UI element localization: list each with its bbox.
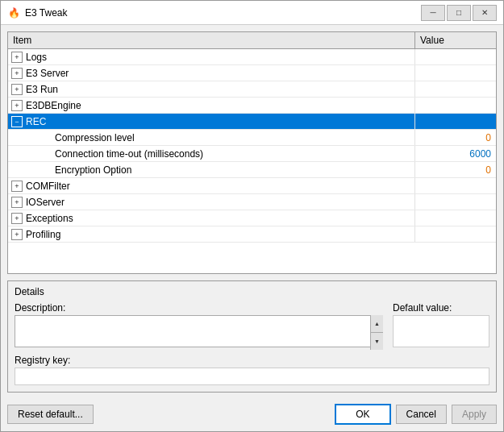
tree-row-label: Encryption Option xyxy=(55,164,131,176)
content-area: Item Value +Logs+E3 Server+E3 Run+E3DBEn… xyxy=(1,25,503,399)
tree-row-label: Connection time-out (milliseconds) xyxy=(55,148,203,160)
tree-row-value xyxy=(415,178,496,193)
expand-icon[interactable]: + xyxy=(11,68,23,79)
tree-row[interactable]: −REC xyxy=(8,114,496,130)
details-row-top: Description: ▲ ▼ Default value: xyxy=(15,302,489,350)
tree-row-label: Profiling xyxy=(26,229,60,240)
description-label: Description: xyxy=(15,302,383,314)
tree-row-value xyxy=(415,210,496,226)
tree-row-value xyxy=(415,81,496,97)
title-bar: 🔥 E3 Tweak ─ □ ✕ xyxy=(1,1,503,25)
cancel-button[interactable]: Cancel xyxy=(396,405,447,424)
description-textarea[interactable] xyxy=(15,315,383,347)
apply-button[interactable]: Apply xyxy=(452,405,497,424)
tree-row-value: 6000 xyxy=(415,146,496,161)
expand-icon[interactable]: + xyxy=(11,181,23,192)
tree-row-label: E3 Run xyxy=(26,84,58,95)
minimize-button[interactable]: ─ xyxy=(421,5,445,21)
app-icon: 🔥 xyxy=(7,6,20,19)
tree-row[interactable]: +E3 Run xyxy=(8,81,496,98)
tree-row[interactable]: +IOServer xyxy=(8,194,496,210)
tree-row-label: Compression level xyxy=(55,132,135,143)
tree-row[interactable]: Connection time-out (milliseconds)6000 xyxy=(8,146,496,162)
col-header-value: Value xyxy=(415,32,496,48)
default-value-label: Default value: xyxy=(393,302,489,314)
tree-row[interactable]: +Profiling xyxy=(8,226,496,243)
tree-row-label: Exceptions xyxy=(26,213,73,224)
tree-row-value xyxy=(415,49,496,64)
scroll-down-btn[interactable]: ▼ xyxy=(371,333,383,350)
tree-row-label: E3DBEngine xyxy=(26,100,81,111)
tree-row-label: REC xyxy=(26,116,46,127)
reset-default-button[interactable]: Reset default... xyxy=(7,405,94,424)
expand-icon[interactable]: − xyxy=(11,116,23,127)
tree-row[interactable]: +Exceptions xyxy=(8,210,496,226)
description-wrapper: ▲ ▼ xyxy=(15,315,383,350)
tree-row-value xyxy=(415,65,496,81)
description-col: Description: ▲ ▼ xyxy=(15,302,383,350)
scroll-up-btn[interactable]: ▲ xyxy=(371,315,383,333)
default-value-col: Default value: xyxy=(393,302,489,350)
expand-icon[interactable]: + xyxy=(11,197,23,208)
textarea-scrollbar: ▲ ▼ xyxy=(370,315,383,350)
tree-row-label: E3 Server xyxy=(26,68,69,79)
tree-row[interactable]: +COMFilter xyxy=(8,178,496,194)
main-window: 🔥 E3 Tweak ─ □ ✕ Item Value +Logs+E3 Ser… xyxy=(0,0,504,432)
tree-table[interactable]: Item Value +Logs+E3 Server+E3 Run+E3DBEn… xyxy=(7,31,497,274)
expand-icon[interactable]: + xyxy=(11,84,23,95)
details-section: Details Description: ▲ ▼ Default value: xyxy=(7,280,497,393)
tree-body: +Logs+E3 Server+E3 Run+E3DBEngine−RECCom… xyxy=(8,49,496,243)
tree-header: Item Value xyxy=(8,32,496,49)
button-bar: Reset default... OK Cancel Apply xyxy=(1,399,503,431)
expand-icon[interactable]: + xyxy=(11,52,23,63)
expand-icon[interactable]: + xyxy=(11,100,23,111)
expand-icon[interactable]: + xyxy=(11,229,23,240)
maximize-button[interactable]: □ xyxy=(447,5,471,21)
ok-button[interactable]: OK xyxy=(335,404,390,425)
tree-row[interactable]: Encryption Option0 xyxy=(8,162,496,178)
tree-row-value xyxy=(415,98,496,113)
tree-row-value: 0 xyxy=(415,130,496,145)
tree-row[interactable]: +E3DBEngine xyxy=(8,98,496,114)
tree-row-value xyxy=(415,114,496,129)
window-title: E3 Tweak xyxy=(25,7,421,19)
close-button[interactable]: ✕ xyxy=(473,5,497,21)
tree-row-value xyxy=(415,194,496,210)
registry-key-input[interactable] xyxy=(15,368,489,385)
tree-row[interactable]: +E3 Server xyxy=(8,65,496,81)
registry-row: Registry key: xyxy=(15,355,489,385)
tree-row-value xyxy=(415,226,496,242)
tree-row-label: COMFilter xyxy=(26,181,70,192)
tree-row[interactable]: +Logs xyxy=(8,49,496,65)
default-value-input[interactable] xyxy=(393,315,489,347)
tree-row[interactable]: Compression level0 xyxy=(8,130,496,146)
registry-key-label: Registry key: xyxy=(15,355,489,366)
tree-row-label: Logs xyxy=(26,52,47,63)
details-title: Details xyxy=(15,286,489,297)
window-controls: ─ □ ✕ xyxy=(421,5,497,21)
expand-icon[interactable]: + xyxy=(11,213,23,224)
tree-row-value: 0 xyxy=(415,162,496,177)
tree-row-label: IOServer xyxy=(26,197,65,208)
col-header-item: Item xyxy=(8,32,415,48)
